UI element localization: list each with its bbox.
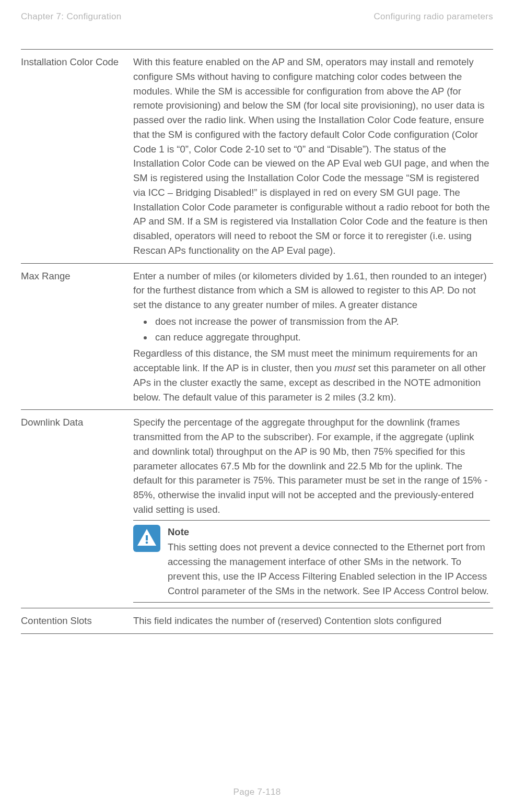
note-icon	[133, 525, 160, 552]
page: Chapter 7: Configuration Configuring rad…	[0, 0, 514, 812]
bullet-item: does not increase the power of transmiss…	[153, 314, 490, 329]
header-left: Chapter 7: Configuration	[21, 11, 121, 22]
page-footer: Page 7-118	[0, 787, 514, 797]
max-range-after: Regardless of this distance, the SM must…	[133, 346, 490, 404]
desc-max-range: Enter a number of miles (or kilometers d…	[133, 263, 493, 410]
label-contention-slots: Contention Slots	[21, 608, 133, 634]
row-contention-slots: Contention Slots This field indicates th…	[21, 608, 493, 634]
label-downlink-data: Downlink Data	[21, 410, 133, 608]
bullet-item: can reduce aggregate throughput.	[153, 330, 490, 345]
svg-rect-2	[146, 535, 148, 540]
note-title: Note	[168, 525, 490, 539]
max-range-intro: Enter a number of miles (or kilometers d…	[133, 269, 490, 312]
text-italic: must	[334, 362, 355, 373]
header-right: Configuring radio parameters	[373, 11, 493, 22]
max-range-bullets: does not increase the power of transmiss…	[153, 314, 490, 345]
row-installation-color-code: Installation Color Code With this featur…	[21, 50, 493, 264]
note-box: Note This setting does not prevent a dev…	[133, 520, 490, 603]
note-text: This setting does not prevent a device c…	[168, 540, 490, 598]
label-installation-color-code: Installation Color Code	[21, 50, 133, 264]
desc-contention-slots: This field indicates the number of (rese…	[133, 608, 493, 634]
parameter-table: Installation Color Code With this featur…	[21, 49, 493, 634]
desc-installation-color-code: With this feature enabled on the AP and …	[133, 50, 493, 264]
svg-point-3	[146, 541, 148, 544]
row-max-range: Max Range Enter a number of miles (or ki…	[21, 263, 493, 410]
desc-downlink-data: Specify the percentage of the aggregate …	[133, 410, 493, 608]
note-body: Note This setting does not prevent a dev…	[168, 525, 490, 598]
row-downlink-data: Downlink Data Specify the percentage of …	[21, 410, 493, 608]
page-header: Chapter 7: Configuration Configuring rad…	[21, 11, 493, 22]
downlink-text: Specify the percentage of the aggregate …	[133, 415, 490, 516]
label-max-range: Max Range	[21, 263, 133, 410]
